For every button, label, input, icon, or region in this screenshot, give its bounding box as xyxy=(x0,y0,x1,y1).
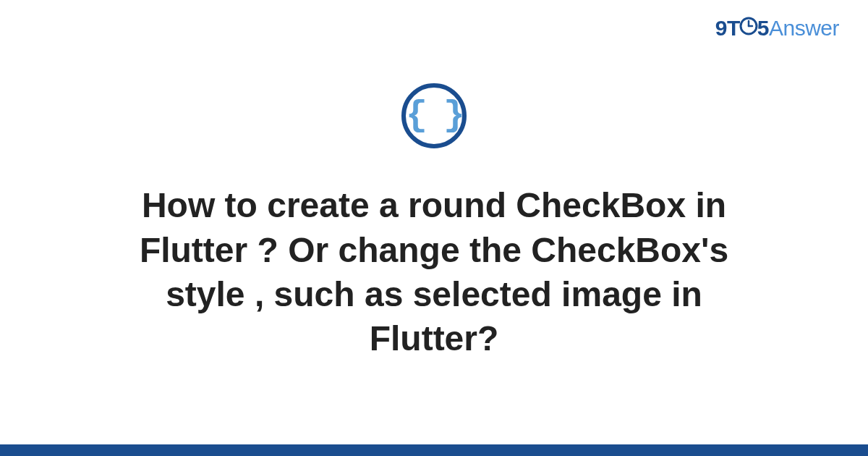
footer-accent-bar xyxy=(0,444,868,456)
code-braces-icon: { } xyxy=(406,98,462,134)
main-content: { } How to create a round CheckBox in Fl… xyxy=(0,0,868,444)
category-badge: { } xyxy=(401,83,467,148)
page-title: How to create a round CheckBox in Flutte… xyxy=(109,183,760,361)
